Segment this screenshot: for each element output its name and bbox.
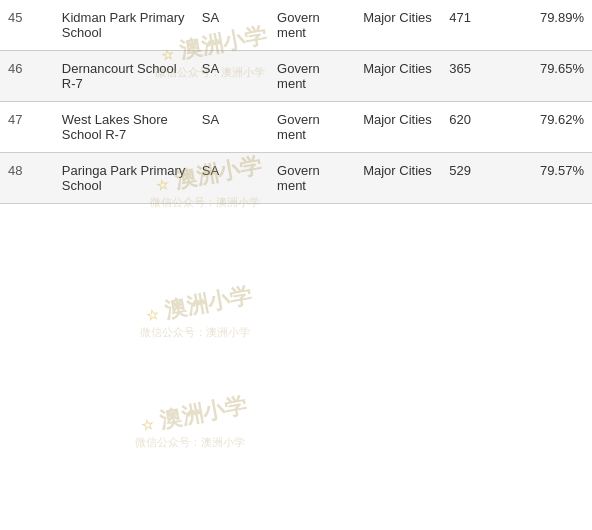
score-cell: 79.89% <box>506 0 592 51</box>
score-cell: 79.65% <box>506 51 592 102</box>
table-row: 46 Dernancourt School R-7 SA Govern ment… <box>0 51 592 102</box>
location-cell: Major Cities <box>355 153 441 204</box>
rank-cell: 47 <box>0 102 54 153</box>
state-cell: SA <box>194 153 269 204</box>
school-name-cell: Paringa Park Primary School <box>54 153 194 204</box>
sector-cell: Govern ment <box>269 153 355 204</box>
state-cell: SA <box>194 51 269 102</box>
location-cell: Major Cities <box>355 0 441 51</box>
enrol-cell: 620 <box>441 102 506 153</box>
rank-cell: 48 <box>0 153 54 204</box>
state-cell: SA <box>194 102 269 153</box>
rank-cell: 45 <box>0 0 54 51</box>
state-cell: SA <box>194 0 269 51</box>
table-row: 47 West Lakes Shore School R-7 SA Govern… <box>0 102 592 153</box>
sector-cell: Govern ment <box>269 0 355 51</box>
school-name-cell: Kidman Park Primary School <box>54 0 194 51</box>
location-cell: Major Cities <box>355 102 441 153</box>
school-name-cell: Dernancourt School R-7 <box>54 51 194 102</box>
enrol-cell: 529 <box>441 153 506 204</box>
score-cell: 79.57% <box>506 153 592 204</box>
rankings-table: 45 Kidman Park Primary School SA Govern … <box>0 0 592 204</box>
school-name-cell: West Lakes Shore School R-7 <box>54 102 194 153</box>
table-row: 48 Paringa Park Primary School SA Govern… <box>0 153 592 204</box>
rank-cell: 46 <box>0 51 54 102</box>
location-cell: Major Cities <box>355 51 441 102</box>
enrol-cell: 365 <box>441 51 506 102</box>
score-cell: 79.62% <box>506 102 592 153</box>
sector-cell: Govern ment <box>269 51 355 102</box>
sector-cell: Govern ment <box>269 102 355 153</box>
enrol-cell: 471 <box>441 0 506 51</box>
table-row: 45 Kidman Park Primary School SA Govern … <box>0 0 592 51</box>
